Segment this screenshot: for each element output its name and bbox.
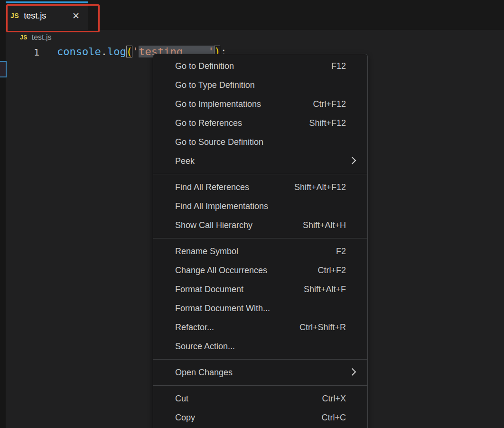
context-menu: Go to DefinitionF12Go to Type Definition… (153, 54, 368, 428)
menu-item-label: Refactor... (175, 323, 214, 333)
menu-item-shortcut: Shift+Alt+F12 (294, 182, 346, 192)
menu-item-label: Cut (175, 394, 188, 404)
menu-item-label: Peek (175, 156, 195, 166)
menu-item-find-all-implementations[interactable]: Find All Implementations (153, 197, 367, 216)
menu-item-label: Format Document With... (175, 304, 270, 314)
menu-item-label: Show Call Hierarchy (175, 220, 252, 230)
menu-item-shortcut: Ctrl+F12 (313, 99, 346, 109)
menu-item-show-call-hierarchy[interactable]: Show Call HierarchyShift+Alt+H (153, 216, 367, 235)
menu-item-source-action[interactable]: Source Action... (153, 337, 367, 356)
code-token: ' (132, 46, 139, 57)
code-token: ( (126, 46, 132, 57)
menu-item-format-document-with[interactable]: Format Document With... (153, 299, 367, 318)
menu-item-open-changes[interactable]: Open Changes (153, 363, 367, 382)
code-token: console (57, 46, 101, 57)
javascript-file-icon: JS (10, 12, 19, 19)
menu-item-rename-symbol[interactable]: Rename SymbolF2 (153, 242, 367, 261)
menu-item-label: Rename Symbol (175, 247, 238, 257)
menu-item-label: Change All Occurrences (175, 266, 267, 276)
menu-item-refactor[interactable]: Refactor...Ctrl+Shift+R (153, 318, 367, 337)
submenu-chevron-icon (349, 157, 356, 164)
menu-item-go-to-type-definition[interactable]: Go to Type Definition (153, 76, 367, 95)
menu-item-shortcut: Shift+Alt+F (304, 285, 346, 295)
menu-item-label: Copy (175, 413, 195, 423)
menu-item-change-all-occurrences[interactable]: Change All OccurrencesCtrl+F2 (153, 261, 367, 280)
menu-item-label: Source Action... (175, 342, 235, 352)
menu-item-shortcut: Ctrl+F2 (317, 266, 346, 276)
menu-item-label: Go to Implementations (175, 99, 261, 109)
line-number: 1 (33, 46, 39, 58)
menu-item-format-document[interactable]: Format DocumentShift+Alt+F (153, 280, 367, 299)
menu-item-label: Go to Definition (175, 61, 234, 71)
menu-item-peek[interactable]: Peek (153, 152, 367, 171)
tab-title: test.js (24, 11, 46, 21)
menu-item-label: Go to Source Definition (175, 137, 263, 147)
code-token: . (101, 46, 107, 57)
breadcrumb[interactable]: JS test.js (20, 32, 51, 43)
menu-separator (153, 385, 367, 386)
menu-item-label: Find All References (175, 182, 249, 192)
menu-item-label: Open Changes (175, 368, 233, 378)
menu-item-go-to-definition[interactable]: Go to DefinitionF12 (153, 57, 367, 76)
menu-item-shortcut: F12 (331, 61, 346, 71)
menu-item-go-to-source-definition[interactable]: Go to Source Definition (153, 133, 367, 152)
menu-item-label: Find All Implementations (175, 201, 268, 211)
menu-item-go-to-references[interactable]: Go to ReferencesShift+F12 (153, 114, 367, 133)
menu-item-shortcut: F2 (336, 247, 346, 257)
menu-item-shortcut: Shift+Alt+H (303, 220, 346, 230)
menu-item-find-all-references[interactable]: Find All ReferencesShift+Alt+F12 (153, 178, 367, 197)
cropped-blue-widget (0, 61, 7, 77)
menu-item-label: Format Document (175, 285, 243, 295)
close-tab-icon[interactable]: ✕ (70, 10, 82, 21)
menu-item-cut[interactable]: CutCtrl+X (153, 389, 367, 408)
menu-item-copy[interactable]: CopyCtrl+C (153, 408, 367, 427)
menu-item-label: Go to References (175, 118, 242, 128)
menu-item-go-to-implementations[interactable]: Go to ImplementationsCtrl+F12 (153, 95, 367, 114)
menu-item-shortcut: Shift+F12 (309, 118, 346, 128)
tab-test-js[interactable]: JS test.js ✕ (4, 1, 88, 30)
menu-item-label: Go to Type Definition (175, 80, 255, 90)
menu-separator (153, 359, 367, 360)
breadcrumb-file-label: test.js (32, 33, 52, 42)
menu-item-shortcut: Ctrl+C (321, 413, 346, 423)
submenu-chevron-icon (349, 368, 356, 376)
menu-separator (153, 174, 367, 174)
menu-item-shortcut: Ctrl+Shift+R (299, 323, 346, 333)
javascript-file-icon: JS (20, 34, 28, 41)
editor-tab-bar: JS test.js ✕ (0, 0, 504, 30)
menu-item-shortcut: Ctrl+X (322, 394, 346, 404)
code-token: log (107, 46, 126, 57)
menu-separator (153, 238, 367, 238)
